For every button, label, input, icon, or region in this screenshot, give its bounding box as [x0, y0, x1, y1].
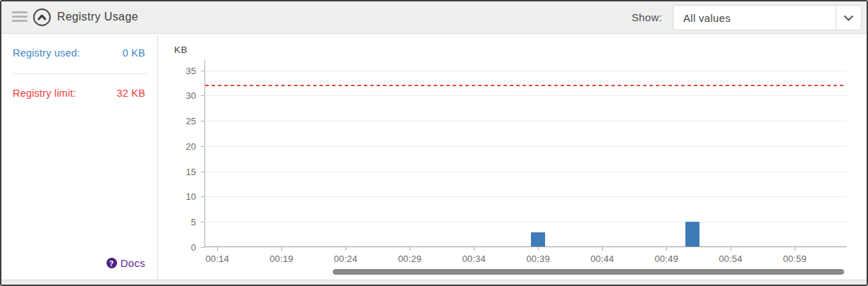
- chart-panel: KB 0510152025303500:1400:1900:2400:2900:…: [159, 35, 867, 280]
- x-tick-label: 00:24: [334, 254, 357, 264]
- gridline: [204, 172, 846, 172]
- x-tick-mark: [666, 247, 667, 251]
- y-tick-mark: [201, 95, 204, 96]
- y-tick-label: 20: [186, 141, 196, 151]
- y-tick-mark: [201, 222, 204, 222]
- show-label: Show:: [632, 11, 662, 23]
- question-mark-icon: ?: [106, 258, 117, 268]
- widget-footer-strip: [1, 280, 867, 285]
- registry-limit-label: Registry limit:: [13, 88, 76, 99]
- x-tick-label: 00:44: [590, 254, 614, 264]
- registry-limit-line: [205, 85, 846, 86]
- x-axis-line: [204, 246, 846, 247]
- x-tick-label: 00:19: [269, 254, 293, 264]
- y-axis-title: KB: [174, 44, 188, 55]
- widget-header: Registry Usage Show: All values: [1, 1, 867, 34]
- y-tick-mark: [201, 247, 204, 248]
- x-tick-mark: [538, 247, 539, 251]
- x-tick-label: 00:59: [783, 254, 807, 264]
- y-tick-label: 15: [186, 166, 196, 177]
- bar-chart-plot-area: 0510152025303500:1400:1900:2400:2900:340…: [204, 63, 846, 247]
- show-values-select[interactable]: All values: [673, 5, 862, 30]
- y-tick-mark: [201, 146, 204, 147]
- x-tick-mark: [795, 247, 795, 251]
- registry-limit-row: Registry limit: 32 KB: [13, 88, 145, 99]
- x-tick-mark: [731, 247, 731, 251]
- x-tick-label: 00:29: [398, 254, 422, 264]
- gridline: [204, 121, 846, 121]
- x-tick-label: 00:34: [462, 254, 486, 264]
- y-tick-mark: [201, 196, 204, 197]
- chevron-down-icon: [836, 6, 861, 30]
- y-tick-label: 10: [186, 191, 196, 202]
- x-tick-mark: [474, 247, 475, 251]
- chevron-up-icon: [37, 14, 47, 20]
- y-tick-label: 25: [186, 116, 196, 126]
- show-select-value: All values: [673, 12, 836, 24]
- y-tick-mark: [201, 172, 204, 172]
- x-tick-label: 00:39: [526, 254, 550, 264]
- y-tick-label: 35: [186, 65, 196, 76]
- registry-limit-value: 32 KB: [117, 88, 146, 99]
- y-tick-label: 0: [191, 242, 196, 253]
- gridline: [204, 95, 846, 96]
- gridline: [204, 196, 846, 197]
- x-tick-mark: [410, 247, 410, 251]
- x-tick-mark: [346, 247, 346, 251]
- x-tick-label: 00:14: [205, 254, 229, 264]
- page-title: Registry Usage: [57, 11, 138, 23]
- y-tick-label: 30: [186, 90, 196, 101]
- registry-used-row: Registry used: 0 KB: [13, 47, 145, 59]
- x-tick-label: 00:54: [719, 254, 742, 264]
- usage-bar[interactable]: [531, 232, 545, 246]
- x-tick-mark: [217, 247, 218, 251]
- gridline: [204, 71, 846, 71]
- y-axis-line: [204, 60, 205, 247]
- y-tick-mark: [201, 71, 204, 71]
- gridline: [204, 146, 846, 147]
- registry-usage-widget: Registry Usage Show: All values Registry…: [0, 0, 868, 286]
- usage-bar[interactable]: [685, 222, 699, 246]
- docs-link[interactable]: ? Docs: [106, 257, 145, 269]
- divider: [13, 73, 147, 74]
- registry-used-value: 0 KB: [123, 47, 145, 59]
- drag-handle-icon[interactable]: [12, 11, 27, 24]
- docs-link-label: Docs: [121, 257, 145, 269]
- x-tick-label: 00:49: [654, 254, 678, 264]
- registry-used-label: Registry used:: [13, 47, 80, 59]
- chart-horizontal-scrollbar[interactable]: [333, 269, 844, 275]
- gridline: [204, 222, 846, 222]
- y-tick-mark: [201, 121, 204, 121]
- stats-sidebar: Registry used: 0 KB Registry limit: 32 K…: [1, 35, 158, 280]
- x-tick-mark: [602, 247, 603, 251]
- y-tick-label: 5: [191, 217, 196, 227]
- collapse-button[interactable]: [33, 8, 51, 26]
- x-tick-mark: [281, 247, 282, 251]
